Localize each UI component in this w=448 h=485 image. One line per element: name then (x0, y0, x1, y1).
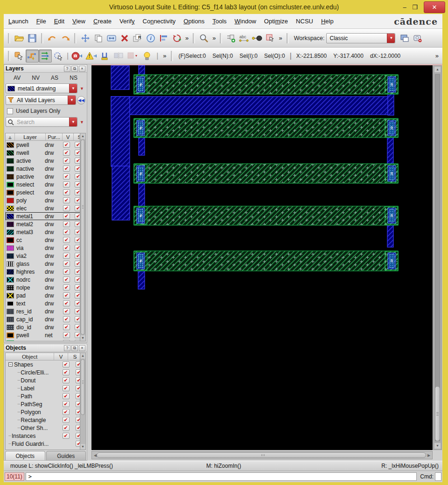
visible-checkbox[interactable]: ✔ (63, 277, 70, 283)
scroll-up-icon[interactable]: ▲ (80, 133, 85, 139)
visible-checkbox[interactable]: ✔ (63, 300, 70, 306)
layer-row-nactive[interactable]: nactivedrw✔✔ (6, 165, 85, 173)
command-input[interactable]: > (26, 472, 417, 481)
object-row-pathseg[interactable]: ┄PathSeg✔✔ (6, 400, 85, 408)
column-header-layer[interactable]: Layer (15, 133, 46, 140)
pin-icon[interactable] (251, 32, 264, 45)
scrollbar-thumb[interactable] (435, 386, 440, 441)
menu-help[interactable]: Help (321, 18, 334, 25)
collapse-icon[interactable]: − (8, 362, 13, 367)
save-icon[interactable] (26, 32, 39, 45)
used-layers-checkbox[interactable] (7, 108, 13, 114)
overflow-chevron-icon[interactable]: » (161, 52, 168, 59)
align-icon[interactable] (157, 32, 170, 45)
refresh-icon[interactable] (170, 32, 183, 45)
wsrestore-icon[interactable] (398, 32, 411, 45)
menu-optimize[interactable]: Optimize (264, 18, 288, 25)
visible-checkbox[interactable]: ✔ (63, 393, 70, 399)
layer-row-metal3[interactable]: metal3drw✔✔ (6, 228, 85, 236)
collapse-panel-icon[interactable]: ◀◀ (77, 96, 85, 104)
scroll-up-icon[interactable]: ▲ (80, 353, 85, 359)
wsclose-icon[interactable] (411, 32, 424, 45)
layer-vis-button-ns[interactable]: NS (67, 74, 80, 82)
metal1-shape[interactable] (388, 94, 394, 115)
layer-row-nwell[interactable]: nwelldrw✔✔ (6, 149, 85, 157)
metal1-shape[interactable] (139, 137, 145, 155)
layer-search-dropdown-icon[interactable]: ▼ (69, 118, 77, 126)
chev-icon[interactable]: » (210, 35, 217, 42)
layer-row-pactive[interactable]: pactivedrw✔✔ (6, 173, 85, 180)
current-layer-menu-icon[interactable]: ▼ (80, 86, 84, 91)
layer-search-menu-icon[interactable]: ▼ (80, 120, 84, 125)
delete-icon[interactable] (118, 32, 131, 45)
copy-icon[interactable] (92, 32, 105, 45)
metal1-shape[interactable] (138, 271, 145, 289)
resistor-bar-pattern[interactable] (134, 75, 398, 94)
visible-checkbox[interactable]: ✔ (63, 229, 70, 235)
workspace-dropdown-icon[interactable]: ▼ (387, 34, 395, 43)
layer-row-pad[interactable]: paddrw✔✔ (6, 291, 85, 299)
gnomon-icon[interactable] (98, 49, 112, 62)
redo-icon[interactable] (59, 32, 72, 45)
column-header-pur[interactable]: Pur... (46, 133, 62, 140)
chev-icon[interactable]: » (277, 35, 284, 42)
command-history-count[interactable]: 10(11) (5, 472, 24, 481)
stop-icon[interactable] (70, 49, 84, 62)
visible-checkbox[interactable]: ✔ (63, 340, 70, 341)
layer-row-via[interactable]: viadrw✔✔ (6, 244, 85, 252)
visible-checkbox[interactable]: ✔ (63, 433, 70, 439)
layer-row-res_id[interactable]: res_iddrw✔✔ (6, 307, 85, 315)
help-icon[interactable]: ? (64, 66, 70, 72)
visible-checkbox[interactable]: ✔ (63, 332, 70, 338)
menu-tools[interactable]: Tools (212, 18, 226, 25)
resistor-bar-pattern[interactable] (134, 164, 398, 183)
visible-checkbox[interactable]: ✔ (63, 361, 70, 367)
layer-row-elec[interactable]: elecdrw✔✔ (6, 204, 85, 212)
close-button[interactable]: ✕ (424, 1, 445, 13)
visible-checkbox[interactable]: ✔ (63, 158, 70, 164)
column-header-v[interactable]: V (54, 353, 68, 360)
properties-icon[interactable]: i (144, 32, 157, 45)
close-panel-icon[interactable]: × (79, 345, 85, 351)
scrollbar-thumb[interactable] (81, 359, 85, 415)
layer-filter-dropdown-icon[interactable]: ▼ (68, 96, 76, 104)
layer-row-cap_id[interactable]: cap_iddrw✔✔ (6, 315, 85, 323)
visible-checkbox[interactable]: ✔ (63, 269, 70, 275)
layer-row-poly[interactable]: polydrw✔✔ (6, 196, 85, 204)
workspace-combo[interactable]: Classic ▼ (326, 33, 395, 43)
layer-filter-combo[interactable]: All Valid Layers ▼ (6, 95, 76, 105)
layer-vis-button-av[interactable]: AV (11, 74, 23, 82)
object-row-label[interactable]: ┄Label✔✔ (6, 384, 85, 392)
rotate-icon[interactable]: R (131, 32, 144, 45)
tab-objects[interactable]: Objects (5, 451, 45, 460)
menu-create[interactable]: Create (93, 18, 112, 25)
visible-checkbox[interactable]: ✔ (63, 308, 70, 314)
metal1-shape[interactable] (111, 97, 393, 115)
visible-checkbox[interactable]: ✔ (63, 385, 70, 391)
layer-row-pwell[interactable]: pwelldrw✔✔ (6, 141, 85, 149)
dropg-icon[interactable] (126, 49, 140, 62)
msel-icon[interactable] (13, 49, 26, 62)
mpath-icon[interactable] (26, 49, 39, 62)
visible-checkbox[interactable]: ✔ (63, 324, 70, 330)
layer-row-text[interactable]: textdrw✔✔ (6, 299, 85, 307)
layer-row-cc[interactable]: ccdrw✔✔ (6, 236, 85, 244)
metal1-shape[interactable] (112, 166, 130, 220)
layout-canvas[interactable]: #R#R#R#R#R (91, 65, 433, 450)
sort-icon[interactable]: ▵ (6, 133, 15, 140)
metal1-shape[interactable] (387, 137, 393, 164)
layer-row-pselect[interactable]: pselectdrw✔✔ (6, 188, 85, 196)
move-icon[interactable] (79, 32, 92, 45)
stretch-icon[interactable] (105, 32, 118, 45)
current-layer-combo[interactable]: metal1 drawing ▼ (6, 83, 77, 93)
visible-checkbox[interactable]: ✔ (63, 205, 70, 211)
metal1-shape[interactable] (139, 183, 145, 207)
visible-checkbox[interactable]: ✔ (63, 261, 70, 267)
undock-icon[interactable]: ⧉ (71, 345, 78, 351)
objects-panel-header[interactable]: Objects ?⧉× (4, 344, 87, 352)
layer-row-highres[interactable]: highresdrw✔✔ (6, 268, 85, 276)
mirror-icon[interactable] (112, 49, 126, 62)
zoom-icon[interactable] (197, 32, 210, 45)
menu-view[interactable]: View (72, 18, 85, 25)
scroll-down-icon[interactable]: ▼ (80, 444, 85, 450)
